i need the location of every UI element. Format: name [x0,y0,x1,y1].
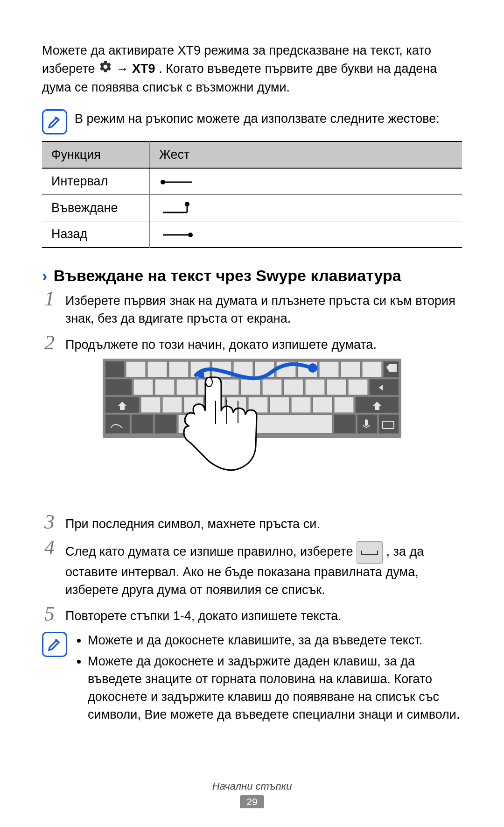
svg-rect-53 [379,415,399,433]
svg-rect-18 [319,361,339,377]
cell-gesture-back [149,221,462,248]
step-4: 4 След като думата се изпише правилно, и… [42,537,462,599]
page-number: 29 [240,795,264,808]
step-number: 2 [42,332,57,353]
step-text: При последния символ, махнете пръста си. [65,512,462,533]
svg-rect-36 [141,397,161,413]
step-text: Изберете първия знак на думата и плъзнет… [65,289,462,328]
cell-gesture-space [149,168,462,195]
cell-gesture-enter [149,195,462,221]
table-row: Назад [42,221,462,248]
svg-rect-8 [105,361,124,377]
svg-rect-45 [334,397,354,413]
tips-list: Можете и да докоснете клавишите, за да в… [75,632,462,728]
gesture-space-icon [159,177,196,188]
svg-rect-51 [334,415,356,433]
svg-rect-20 [362,361,382,377]
tip-item: Можете и да докоснете клавишите, за да в… [88,632,462,650]
svg-rect-11 [169,361,189,377]
svg-rect-49 [155,415,176,433]
svg-rect-28 [241,379,260,395]
svg-rect-33 [348,379,368,395]
table-head-function: Функция [42,141,149,168]
swype-keyboard-illustration [103,359,401,503]
arrow-text: → [116,61,133,75]
svg-rect-24 [155,379,175,395]
note-block-handwriting: В режим на ръкопис можете да използвате … [42,109,462,134]
svg-rect-31 [305,379,325,395]
step-number: 3 [42,512,57,532]
svg-rect-30 [284,379,303,395]
gesture-enter-icon [159,201,196,215]
svg-rect-23 [133,379,153,395]
footer-section-title: Начални стъпки [0,780,504,792]
xt9-label: XT9 [132,61,155,75]
cell-function: Въвеждане [42,195,149,221]
svg-rect-25 [176,379,196,395]
svg-rect-43 [291,397,311,413]
step-text: Повторете стъпки 1-4, докато изпишете те… [65,604,462,625]
svg-point-6 [188,233,193,237]
svg-rect-42 [270,397,289,413]
svg-rect-22 [105,379,132,395]
section-heading-swype: › Въвеждане на текст чрез Swype клавиату… [42,267,462,285]
chevron-icon: › [42,267,47,284]
table-head-gesture: Жест [149,141,462,168]
space-key-icon [357,541,383,564]
step-4-text-a: След като думата се изпише правилно, изб… [65,544,357,558]
svg-rect-57 [365,419,368,426]
gesture-table: Функция Жест Интервал Въвеждане [42,141,462,248]
note-icon [42,109,67,134]
intro-paragraph: Можете да активирате XT9 режима за предс… [42,42,462,96]
page-footer: Начални стъпки 29 [0,780,504,808]
note-text-handwriting: В режим на ръкопис можете да използвате … [75,109,440,128]
step-text: След като думата се изпише правилно, изб… [65,537,462,599]
svg-rect-10 [147,361,167,377]
note-block-tips: Можете и да докоснете клавишите, за да в… [42,632,462,728]
gesture-back-icon [159,229,196,240]
svg-rect-9 [126,361,146,377]
table-row: Въвеждане [42,195,462,221]
svg-rect-44 [313,397,332,413]
svg-point-4 [185,202,189,206]
tip-item: Можете да докоснете и задържите даден кл… [88,653,462,723]
step-1: 1 Изберете първия знак на думата и плъзн… [42,289,462,328]
step-text: Продължете по този начин, докато изпишет… [65,332,462,354]
svg-rect-29 [262,379,282,395]
swype-illustration-container [42,359,462,503]
svg-rect-32 [327,379,346,395]
svg-point-0 [161,180,165,184]
svg-rect-47 [105,415,130,433]
cell-function: Интервал [42,168,149,195]
cell-function: Назад [42,221,149,248]
step-number: 1 [42,289,57,309]
step-3: 3 При последния символ, махнете пръста с… [42,512,462,533]
step-2: 2 Продължете по този начин, докато изпиш… [42,332,462,354]
svg-rect-48 [132,415,153,433]
svg-point-61 [206,377,212,387]
gear-icon [98,60,112,79]
table-row: Интервал [42,168,462,195]
step-number: 5 [42,604,57,624]
svg-rect-19 [341,361,360,377]
svg-rect-34 [370,379,399,395]
step-5: 5 Повторете стъпки 1-4, докато изпишете … [42,604,462,625]
svg-rect-27 [219,379,239,395]
svg-point-59 [308,363,317,373]
heading-text: Въвеждане на текст чрез Swype клавиатура [54,267,401,284]
note-icon [42,632,67,657]
step-number: 4 [42,537,57,558]
svg-rect-37 [162,397,182,413]
